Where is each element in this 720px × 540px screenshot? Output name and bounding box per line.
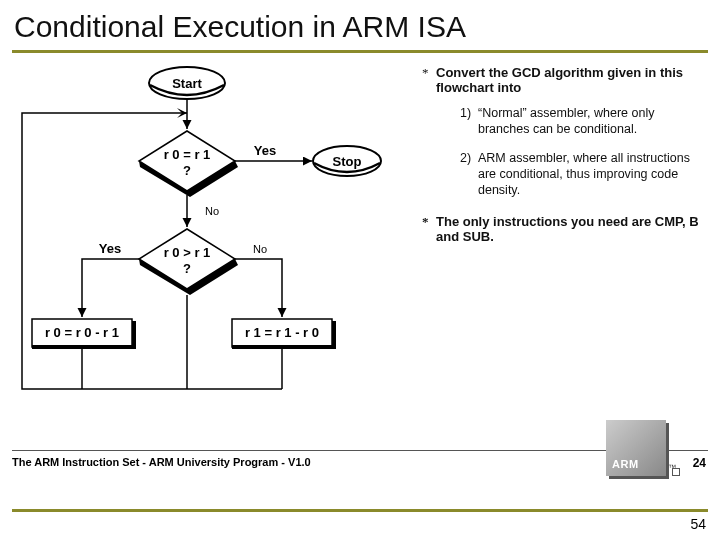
inner-page-number: 24 (693, 456, 706, 470)
svg-text:r 0 > r 1: r 0 > r 1 (164, 245, 211, 260)
bullet-star-2: * (422, 214, 429, 230)
svg-rect-15 (132, 321, 136, 349)
svg-rect-18 (232, 345, 336, 349)
flow-box-sub-r0: r 0 = r 0 - r 1 (32, 319, 136, 349)
divider-bottom (12, 509, 708, 512)
divider-footer (12, 450, 708, 451)
svg-text:?: ? (183, 163, 191, 178)
flowchart: Start r 0 = r 1 ? Yes Stop No r 0 > r 1 … (12, 59, 412, 449)
instruction-lead: Convert the GCD algorithm given in this … (436, 65, 683, 95)
flow-start-label: Start (172, 76, 202, 91)
slide-page-number: 54 (690, 516, 706, 532)
svg-rect-19 (332, 321, 336, 349)
label-no-2: No (253, 243, 267, 255)
footer-caption: The ARM Instruction Set - ARM University… (12, 456, 311, 468)
label-no-1: No (205, 205, 219, 217)
decorative-square-icon (672, 468, 680, 476)
content-area: Start r 0 = r 1 ? Yes Stop No r 0 > r 1 … (12, 59, 708, 451)
instruction-item-1: 1) “Normal” assembler, where only branch… (460, 105, 702, 138)
flow-stop-label: Stop (333, 154, 362, 169)
arm-logo-badge: ARM ™ (606, 420, 666, 476)
flow-box-sub-r1: r 1 = r 1 - r 0 (232, 319, 336, 349)
divider-top (12, 50, 708, 53)
instruction-item-2: 2) ARM assembler, where all instructions… (460, 150, 702, 199)
svg-text:?: ? (183, 261, 191, 276)
label-yes-1: Yes (254, 143, 276, 158)
bullet-star-1: * (422, 65, 429, 81)
svg-text:r 0 = r 1: r 0 = r 1 (164, 147, 211, 162)
svg-text:r 0 = r 0 - r 1: r 0 = r 0 - r 1 (45, 325, 119, 340)
svg-rect-14 (32, 345, 136, 349)
flow-decision-eq: r 0 = r 1 ? (139, 131, 238, 197)
slide-title: Conditional Execution in ARM ISA (0, 0, 720, 50)
flow-decision-gt: r 0 > r 1 ? (139, 229, 238, 295)
label-yes-2: Yes (99, 241, 121, 256)
svg-text:r 1 = r 1 - r 0: r 1 = r 1 - r 0 (245, 325, 319, 340)
instruction-closing: The only instructions you need are CMP, … (436, 214, 699, 244)
instructions-panel: * Convert the GCD algorithm given in thi… (422, 65, 702, 244)
